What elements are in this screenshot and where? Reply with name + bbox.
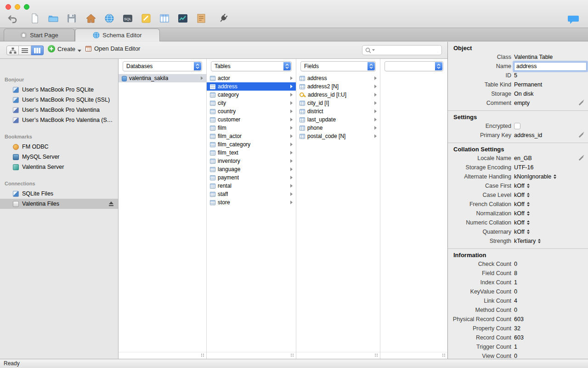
dropdown-stepper-icon[interactable]: [527, 184, 530, 188]
tables-dropdown[interactable]: Tables: [211, 61, 292, 71]
edit-locale-icon[interactable]: [579, 156, 584, 161]
connect-icon[interactable]: [217, 12, 230, 25]
sql-editor-icon[interactable]: SQL: [121, 12, 134, 25]
field-row[interactable]: phone: [296, 124, 380, 132]
table-row[interactable]: category: [207, 91, 296, 99]
close-window-button[interactable]: [6, 4, 11, 10]
table-row[interactable]: payment: [207, 173, 296, 182]
row-label: actor: [218, 75, 230, 81]
field-row[interactable]: last_update: [296, 115, 380, 124]
field-row[interactable]: address_id [I:U]: [296, 91, 380, 99]
property-label: Primary Key: [448, 132, 511, 138]
table-row[interactable]: film_actor: [207, 132, 296, 140]
fields-dropdown[interactable]: Fields: [300, 61, 376, 71]
property-value: UTF-16: [514, 164, 533, 171]
open-folder-icon[interactable]: [47, 12, 60, 25]
schema-editor-icon[interactable]: [103, 12, 116, 25]
undo-icon[interactable]: [6, 12, 19, 25]
columns-view-icon[interactable]: [158, 12, 171, 25]
minimize-window-button[interactable]: [15, 4, 20, 10]
sidebar-item[interactable]: MySQL Server: [0, 152, 118, 162]
property-row: Locale Name en_GB: [448, 154, 588, 163]
table-row[interactable]: city: [207, 99, 296, 107]
column-scrollbar: [296, 352, 380, 359]
search-field[interactable]: [362, 45, 442, 55]
encrypted-checkbox[interactable]: [514, 123, 520, 129]
columns-view-button[interactable]: [31, 46, 44, 55]
tables-column: Tables actor address: [207, 59, 296, 359]
resize-grip[interactable]: [374, 353, 379, 357]
save-icon[interactable]: [65, 12, 78, 25]
table-row[interactable]: film_text: [207, 149, 296, 157]
dropdown-stepper-icon[interactable]: [554, 174, 557, 179]
database-row[interactable]: valentina_sakila: [119, 74, 206, 82]
zoom-window-button[interactable]: [24, 4, 29, 10]
sidebar-item[interactable]: SQLite Files: [0, 189, 118, 199]
field-row[interactable]: district: [296, 107, 380, 115]
info-row: View Count 0: [448, 351, 588, 359]
list-view-button[interactable]: [19, 46, 31, 55]
databases-dropdown[interactable]: Databases: [123, 61, 202, 71]
dropdown-stepper-icon[interactable]: [538, 239, 541, 243]
property-row: Table Kind Permanent: [448, 80, 588, 89]
resize-grip[interactable]: [442, 353, 446, 357]
sidebar-item[interactable]: User’s MacBook Pro SQLite (SSL): [0, 95, 118, 105]
sidebar-item[interactable]: Valentina Files: [0, 199, 118, 209]
sidebar-item[interactable]: Valentina Server: [0, 162, 118, 172]
sidebar-item[interactable]: User’s MacBook Pro SQLite: [0, 85, 118, 95]
edit-comment-icon[interactable]: [579, 101, 584, 106]
table-row[interactable]: rental: [207, 182, 296, 190]
disclosure-arrow-icon: [374, 101, 377, 105]
resize-grip[interactable]: [201, 353, 205, 357]
chart-icon[interactable]: [176, 12, 189, 25]
chat-icon[interactable]: [567, 14, 580, 25]
sidebar-item[interactable]: FM ODBC: [0, 142, 118, 152]
diagram-icon[interactable]: [140, 12, 153, 25]
table-row[interactable]: inventory: [207, 157, 296, 165]
dropdown-stepper-icon[interactable]: [527, 220, 530, 225]
table-row[interactable]: address: [207, 82, 296, 91]
table-row[interactable]: staff: [207, 190, 296, 198]
table-row[interactable]: customer: [207, 115, 296, 124]
sidebar-item[interactable]: User’s MacBook Pro Valentina: [0, 105, 118, 115]
field-row[interactable]: address2 [N]: [296, 82, 380, 91]
home-icon[interactable]: [85, 12, 97, 25]
open-data-editor-button[interactable]: Open Data Editor: [85, 45, 140, 52]
field-row[interactable]: city_id [I]: [296, 99, 380, 107]
eject-icon[interactable]: [108, 201, 113, 206]
property-row: Storage Encoding UTF-16: [448, 163, 588, 172]
sidebar-item[interactable]: User’s MacBook Pro Valentina (S…: [0, 115, 118, 125]
edit-primary-key-icon[interactable]: [579, 133, 584, 138]
dropdown-stepper-icon[interactable]: [527, 211, 530, 216]
tree-view-button[interactable]: [6, 46, 19, 55]
field-row[interactable]: address: [296, 74, 380, 82]
table-row[interactable]: store: [207, 198, 296, 207]
dropdown-stepper-icon[interactable]: [527, 193, 530, 197]
info-row: Check Count 0: [448, 259, 588, 269]
next-dropdown[interactable]: [384, 61, 443, 71]
table-row[interactable]: country: [207, 107, 296, 115]
field-row[interactable]: postal_code [N]: [296, 132, 380, 140]
table-icon: [210, 200, 215, 205]
table-row[interactable]: film: [207, 124, 296, 132]
table-row[interactable]: film_category: [207, 140, 296, 149]
row-label: film_text: [218, 150, 238, 156]
name-input[interactable]: [514, 62, 587, 71]
connections-sidebar: Bonjour User’s MacBook Pro SQLite User’s…: [0, 59, 119, 359]
table-icon: [210, 159, 215, 164]
tab-bar: Start Page Schema Editor: [0, 28, 588, 41]
row-label: inventory: [218, 158, 240, 164]
info-label: View Count: [448, 353, 511, 359]
create-button[interactable]: Create: [48, 45, 81, 52]
search-input[interactable]: [376, 47, 439, 53]
new-document-icon[interactable]: [28, 12, 41, 25]
dropdown-stepper-icon[interactable]: [527, 230, 530, 234]
resize-grip[interactable]: [290, 353, 294, 357]
row-label: category: [218, 92, 239, 98]
tab-start-page[interactable]: Start Page: [4, 29, 75, 41]
table-row[interactable]: actor: [207, 74, 296, 82]
tab-schema-editor[interactable]: Schema Editor: [75, 29, 160, 41]
dropdown-stepper-icon[interactable]: [527, 202, 530, 207]
report-icon[interactable]: [195, 12, 208, 25]
table-row[interactable]: language: [207, 165, 296, 173]
